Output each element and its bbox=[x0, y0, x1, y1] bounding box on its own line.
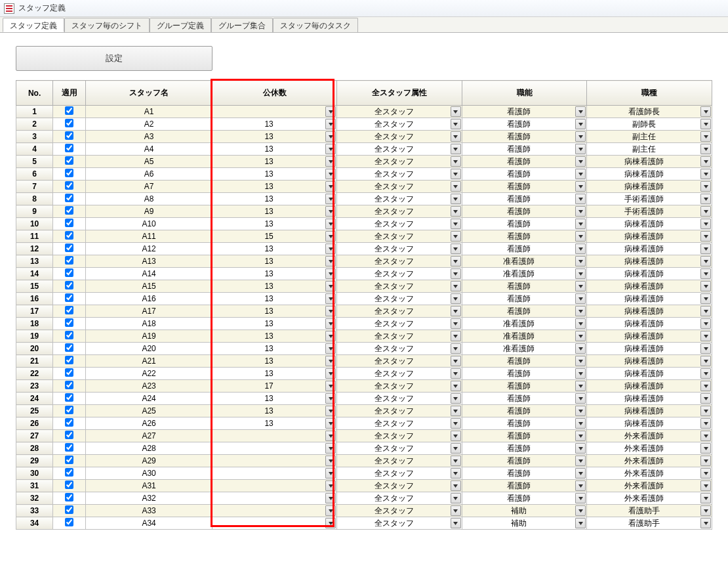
cell-type[interactable]: 看護助手 bbox=[587, 517, 712, 530]
cell-name[interactable]: A34 bbox=[86, 517, 212, 530]
row-header[interactable]: 15 bbox=[16, 280, 53, 293]
cell-attr[interactable]: 全スタッフ bbox=[337, 505, 462, 517]
cell-attr[interactable]: 全スタッフ bbox=[337, 305, 462, 318]
ability-dropdown[interactable] bbox=[575, 281, 586, 291]
cell-type[interactable]: 外来看護師 bbox=[587, 430, 712, 442]
cell-holidays[interactable]: 13 bbox=[212, 255, 337, 268]
cell-holidays[interactable]: 13 bbox=[212, 268, 337, 280]
holidays-dropdown[interactable] bbox=[325, 356, 336, 366]
type-dropdown[interactable] bbox=[700, 456, 711, 466]
apply-checkbox[interactable] bbox=[65, 343, 73, 352]
attr-dropdown[interactable] bbox=[451, 418, 461, 429]
cell-attr[interactable]: 全スタッフ bbox=[337, 193, 462, 205]
cell-ability[interactable]: 看護師 bbox=[462, 380, 587, 393]
type-dropdown[interactable] bbox=[700, 306, 711, 316]
row-header[interactable]: 34 bbox=[16, 517, 53, 530]
holidays-dropdown[interactable] bbox=[325, 169, 336, 179]
cell-type[interactable]: 病棟看護師 bbox=[587, 417, 712, 430]
cell-attr[interactable]: 全スタッフ bbox=[337, 280, 462, 293]
cell-name[interactable]: A18 bbox=[86, 318, 212, 330]
ability-dropdown[interactable] bbox=[575, 318, 586, 329]
type-dropdown[interactable] bbox=[700, 131, 711, 142]
ability-dropdown[interactable] bbox=[575, 194, 586, 204]
cell-name[interactable]: A12 bbox=[86, 243, 212, 255]
holidays-dropdown[interactable] bbox=[325, 206, 336, 217]
row-header[interactable]: 29 bbox=[16, 455, 53, 467]
apply-checkbox[interactable] bbox=[65, 393, 73, 402]
cell-name[interactable]: A28 bbox=[86, 442, 212, 455]
cell-holidays[interactable]: 13 bbox=[212, 181, 337, 193]
cell-type[interactable]: 病棟看護師 bbox=[587, 280, 712, 293]
cell-holidays[interactable]: 13 bbox=[212, 131, 337, 143]
cell-holidays[interactable]: 13 bbox=[212, 355, 337, 368]
apply-checkbox[interactable] bbox=[65, 318, 73, 327]
row-header[interactable]: 11 bbox=[16, 230, 53, 243]
row-header[interactable]: 14 bbox=[16, 268, 53, 280]
cell-name[interactable]: A29 bbox=[86, 455, 212, 467]
col-header-name[interactable]: スタッフ名 bbox=[86, 81, 212, 106]
cell-type[interactable]: 看護師長 bbox=[587, 106, 712, 118]
ability-dropdown[interactable] bbox=[575, 443, 586, 454]
col-header-no[interactable]: No. bbox=[16, 81, 53, 106]
ability-dropdown[interactable] bbox=[575, 181, 586, 192]
cell-ability[interactable]: 看護師 bbox=[462, 467, 587, 480]
ability-dropdown[interactable] bbox=[575, 293, 586, 304]
cell-attr[interactable]: 全スタッフ bbox=[337, 467, 462, 480]
apply-checkbox[interactable] bbox=[65, 194, 73, 202]
cell-type[interactable]: 病棟看護師 bbox=[587, 368, 712, 380]
cell-type[interactable]: 手術看護師 bbox=[587, 205, 712, 218]
cell-attr[interactable]: 全スタッフ bbox=[337, 218, 462, 230]
attr-dropdown[interactable] bbox=[451, 368, 461, 379]
holidays-dropdown[interactable] bbox=[325, 480, 336, 491]
cell-ability[interactable]: 看護師 bbox=[462, 368, 587, 380]
apply-checkbox[interactable] bbox=[65, 368, 73, 377]
type-dropdown[interactable] bbox=[700, 219, 711, 229]
type-dropdown[interactable] bbox=[700, 281, 711, 291]
holidays-dropdown[interactable] bbox=[325, 281, 336, 291]
row-header[interactable]: 17 bbox=[16, 305, 53, 318]
cell-ability[interactable]: 准看護師 bbox=[462, 318, 587, 330]
holidays-dropdown[interactable] bbox=[325, 268, 336, 279]
cell-type[interactable]: 病棟看護師 bbox=[587, 393, 712, 405]
row-header[interactable]: 13 bbox=[16, 255, 53, 268]
col-header-attr[interactable]: 全スタッフ属性 bbox=[337, 81, 462, 106]
apply-checkbox[interactable] bbox=[65, 418, 73, 427]
cell-holidays[interactable] bbox=[212, 517, 337, 530]
cell-type[interactable]: 副師長 bbox=[587, 118, 712, 131]
type-dropdown[interactable] bbox=[700, 431, 711, 441]
cell-ability[interactable]: 准看護師 bbox=[462, 330, 587, 343]
cell-name[interactable]: A13 bbox=[86, 255, 212, 268]
cell-attr[interactable]: 全スタッフ bbox=[337, 330, 462, 343]
type-dropdown[interactable] bbox=[700, 206, 711, 217]
attr-dropdown[interactable] bbox=[451, 443, 461, 454]
row-header[interactable]: 20 bbox=[16, 343, 53, 355]
cell-holidays[interactable]: 13 bbox=[212, 193, 337, 205]
cell-name[interactable]: A1 bbox=[86, 106, 212, 118]
holidays-dropdown[interactable] bbox=[325, 343, 336, 354]
cell-name[interactable]: A26 bbox=[86, 417, 212, 430]
cell-attr[interactable]: 全スタッフ bbox=[337, 268, 462, 280]
apply-checkbox[interactable] bbox=[65, 331, 73, 339]
apply-checkbox[interactable] bbox=[65, 480, 73, 489]
cell-name[interactable]: A4 bbox=[86, 143, 212, 156]
cell-holidays[interactable]: 13 bbox=[212, 318, 337, 330]
cell-holidays[interactable] bbox=[212, 455, 337, 467]
cell-holidays[interactable]: 13 bbox=[212, 417, 337, 430]
type-dropdown[interactable] bbox=[700, 518, 711, 528]
attr-dropdown[interactable] bbox=[451, 169, 461, 179]
ability-dropdown[interactable] bbox=[575, 431, 586, 441]
row-header[interactable]: 16 bbox=[16, 293, 53, 305]
ability-dropdown[interactable] bbox=[575, 343, 586, 354]
cell-name[interactable]: A24 bbox=[86, 393, 212, 405]
row-header[interactable]: 12 bbox=[16, 243, 53, 255]
apply-checkbox[interactable] bbox=[65, 268, 73, 277]
cell-ability[interactable]: 看護師 bbox=[462, 106, 587, 118]
cell-name[interactable]: A3 bbox=[86, 131, 212, 143]
cell-ability[interactable]: 准看護師 bbox=[462, 255, 587, 268]
cell-holidays[interactable] bbox=[212, 467, 337, 480]
cell-holidays[interactable]: 13 bbox=[212, 280, 337, 293]
cell-name[interactable]: A25 bbox=[86, 405, 212, 417]
row-header[interactable]: 6 bbox=[16, 168, 53, 181]
cell-ability[interactable]: 看護師 bbox=[462, 355, 587, 368]
cell-name[interactable]: A17 bbox=[86, 305, 212, 318]
